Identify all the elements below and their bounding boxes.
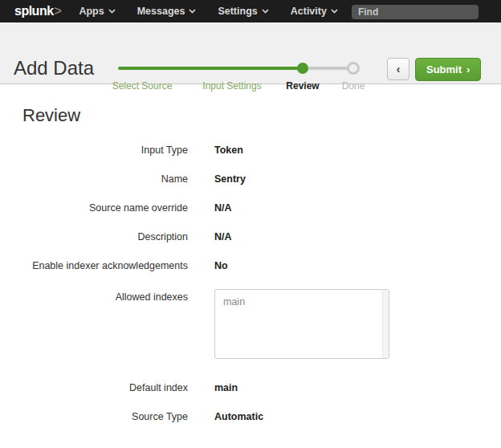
menu-settings[interactable]: Settings [218, 6, 268, 17]
field-label: Input Type [0, 145, 188, 156]
field-value: Automatic [214, 411, 263, 422]
field-label: Default index [0, 382, 188, 393]
current-step-dot-icon [297, 63, 308, 74]
menu-activity-label: Activity [291, 6, 327, 17]
field-label: Source Type [0, 411, 188, 422]
review-heading: Review [22, 105, 501, 126]
review-row-input-type: Input Type Token [0, 145, 501, 156]
review-summary-list: Input Type Token Name Sentry Source name… [0, 145, 501, 422]
wizard-progress-bar: Select Source Input Settings Review Done [118, 22, 367, 84]
step-review: Review [286, 80, 319, 92]
menu-settings-label: Settings [218, 6, 257, 17]
find-search [352, 4, 479, 19]
splunk-logo-caret: > [55, 4, 62, 18]
progress-segment-upcoming [303, 67, 353, 70]
find-search-input[interactable] [352, 5, 479, 19]
field-value: main [214, 382, 238, 393]
menu-messages-label: Messages [137, 6, 185, 17]
page-title: Add Data [14, 57, 94, 79]
allowed-indexes-listbox[interactable]: main [214, 289, 389, 359]
chevron-down-icon [189, 9, 196, 14]
review-row-source-type: Source Type Automatic [0, 411, 501, 422]
field-label: Name [0, 173, 188, 185]
listbox-option: main [215, 290, 389, 307]
review-row-default-index: Default index main [0, 382, 501, 393]
menu-apps-label: Apps [79, 6, 104, 17]
back-button[interactable]: ‹ [387, 58, 409, 80]
listbox-scrollbar[interactable] [382, 290, 389, 358]
field-value: Token [214, 145, 243, 156]
review-row-allowed-indexes: Allowed indexes main [0, 289, 501, 359]
splunk-logo-text: splunk [14, 4, 54, 18]
review-row-name: Name Sentry [0, 173, 501, 185]
field-value: Sentry [214, 173, 246, 185]
upcoming-step-circle-icon [347, 62, 360, 75]
progress-segment-completed [118, 67, 303, 70]
chevron-down-icon [108, 9, 116, 14]
splunk-logo[interactable]: splunk> [14, 4, 61, 18]
chevron-right-icon: › [466, 63, 470, 75]
review-row-indexer-acknowledgements: Enable indexer acknowledgements No [0, 260, 501, 271]
field-value: N/A [214, 202, 232, 214]
menu-apps[interactable]: Apps [79, 6, 115, 17]
review-content: Review Input Type Token Name Sentry Sour… [0, 105, 501, 422]
field-label: Source name override [0, 202, 188, 214]
menu-messages[interactable]: Messages [137, 6, 197, 17]
step-select-source[interactable]: Select Source [112, 80, 173, 92]
field-value: N/A [214, 231, 232, 242]
review-row-source-name-override: Source name override N/A [0, 202, 501, 214]
chevron-down-icon [262, 9, 269, 14]
field-label: Enable indexer acknowledgements [0, 260, 188, 271]
navbar-menus: Apps Messages Settings Activity [79, 6, 337, 17]
wizard-header: Add Data Select Source Input Settings Re… [0, 22, 501, 84]
submit-button[interactable]: Submit › [415, 58, 481, 81]
splunk-add-data-screen: splunk> Apps Messages Settings Activity [0, 0, 501, 448]
step-done: Done [342, 80, 365, 92]
step-input-settings[interactable]: Input Settings [202, 80, 261, 92]
submit-button-label: Submit [426, 63, 462, 75]
top-navbar: splunk> Apps Messages Settings Activity [0, 0, 501, 22]
field-label: Description [0, 231, 188, 242]
field-value: No [214, 260, 228, 271]
chevron-left-icon: ‹ [397, 63, 401, 75]
review-row-description: Description N/A [0, 231, 501, 242]
field-label: Allowed indexes [0, 289, 188, 303]
menu-activity[interactable]: Activity [291, 6, 338, 17]
chevron-down-icon [331, 9, 338, 14]
